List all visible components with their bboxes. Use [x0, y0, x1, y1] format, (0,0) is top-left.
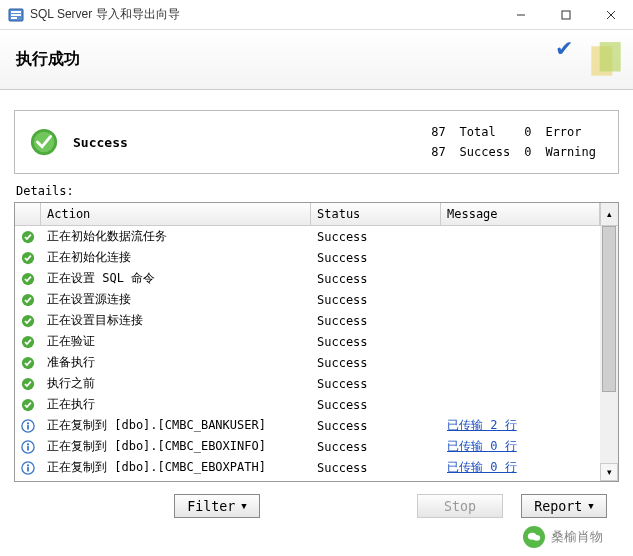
check-circle-icon — [21, 314, 35, 328]
close-button[interactable] — [588, 0, 633, 30]
row-icon-cell — [15, 415, 41, 437]
row-message-cell — [441, 359, 618, 367]
row-icon-cell — [15, 247, 41, 269]
maximize-icon — [561, 10, 571, 20]
table-row[interactable]: 正在设置目标连接Success — [15, 310, 618, 331]
column-header-status[interactable]: Status — [311, 203, 441, 225]
filter-label: Filter — [187, 499, 235, 514]
table-row[interactable]: 正在复制到 [dbo].[CMBC_EBOXPATH]Success已传输 0 … — [15, 457, 618, 478]
info-circle-icon — [21, 461, 35, 475]
minimize-button[interactable] — [498, 0, 543, 30]
row-icon-cell — [15, 226, 41, 248]
column-header-icon[interactable] — [15, 203, 41, 225]
error-label: Error — [539, 123, 602, 141]
table-row[interactable]: 正在复制到 [dbo].[CMBC_BANKUSER]Success已传输 2 … — [15, 415, 618, 436]
row-message-cell — [441, 401, 618, 409]
page-title: 执行成功 — [16, 49, 80, 70]
check-circle-icon — [21, 398, 35, 412]
svg-rect-5 — [562, 11, 570, 19]
watermark: 桑榆肖物 — [523, 526, 603, 548]
row-icon-cell — [15, 394, 41, 416]
row-message-cell — [441, 254, 618, 262]
header-checkmark-icon: ✔ — [555, 36, 573, 62]
svg-rect-1 — [11, 11, 21, 13]
row-status-cell: Success — [311, 415, 441, 437]
svg-point-22 — [27, 422, 29, 424]
column-header-action[interactable]: Action — [41, 203, 311, 225]
watermark-text: 桑榆肖物 — [551, 528, 603, 546]
svg-rect-23 — [27, 425, 29, 429]
svg-rect-26 — [27, 446, 29, 450]
success-label: Success — [454, 143, 517, 161]
scroll-track[interactable] — [600, 226, 618, 463]
warning-label: Warning — [539, 143, 602, 161]
row-message-cell — [441, 275, 618, 283]
check-circle-icon — [21, 335, 35, 349]
row-status-cell: Success — [311, 373, 441, 395]
header-decoration-icon — [585, 40, 627, 82]
message-link[interactable]: 已传输 0 行 — [447, 439, 517, 453]
chevron-down-icon: ▼ — [588, 501, 593, 511]
chevron-down-icon: ▾ — [607, 467, 612, 477]
grid-header: Action Status Message ▴ — [15, 203, 618, 226]
check-circle-icon — [21, 293, 35, 307]
table-row[interactable]: 正在验证Success — [15, 331, 618, 352]
wizard-header: 执行成功 ✔ — [0, 30, 633, 90]
row-icon-cell — [15, 373, 41, 395]
check-circle-icon — [21, 230, 35, 244]
table-row[interactable]: 正在执行Success — [15, 394, 618, 415]
row-icon-cell — [15, 436, 41, 458]
details-label: Details: — [16, 184, 617, 198]
button-row: Filter ▼ Stop Report ▼ — [14, 482, 619, 526]
check-circle-icon — [21, 377, 35, 391]
scroll-down-button[interactable]: ▾ — [600, 463, 618, 481]
row-message-cell — [441, 317, 618, 325]
info-circle-icon — [21, 440, 35, 454]
message-link[interactable]: 已传输 0 行 — [447, 460, 517, 474]
table-row[interactable]: 正在初始化数据流任务Success — [15, 226, 618, 247]
table-row[interactable]: 正在设置 SQL 命令Success — [15, 268, 618, 289]
success-count: 87 — [425, 143, 451, 161]
row-action-cell: 正在复制到 [dbo].[CMBC_EBOXPATH] — [41, 455, 311, 480]
row-status-cell: Success — [311, 226, 441, 248]
scrollbar[interactable]: ▾ — [600, 226, 618, 481]
row-message-cell — [441, 380, 618, 388]
row-status-cell: Success — [311, 457, 441, 479]
window-title: SQL Server 导入和导出向导 — [30, 6, 498, 23]
row-icon-cell — [15, 268, 41, 290]
titlebar: SQL Server 导入和导出向导 — [0, 0, 633, 30]
scroll-thumb[interactable] — [602, 226, 616, 392]
row-status-cell: Success — [311, 394, 441, 416]
table-row[interactable]: 正在初始化连接Success — [15, 247, 618, 268]
summary-panel: Success 87 Total 0 Error 87 Success 0 Wa… — [14, 110, 619, 174]
row-message-cell — [441, 296, 618, 304]
maximize-button[interactable] — [543, 0, 588, 30]
row-status-cell: Success — [311, 352, 441, 374]
row-icon-cell — [15, 352, 41, 374]
table-row[interactable]: 正在设置源连接Success — [15, 289, 618, 310]
row-status-cell: Success — [311, 310, 441, 332]
table-row[interactable]: 执行之前Success — [15, 373, 618, 394]
message-link[interactable]: 已传输 2 行 — [447, 418, 517, 432]
column-header-message[interactable]: Message — [441, 203, 600, 225]
error-count: 0 — [518, 123, 537, 141]
report-button[interactable]: Report ▼ — [521, 494, 607, 518]
check-circle-icon — [21, 272, 35, 286]
table-row[interactable]: 准备执行Success — [15, 352, 618, 373]
row-message-cell — [441, 338, 618, 346]
row-status-cell: Success — [311, 436, 441, 458]
details-grid: Action Status Message ▴ 正在初始化数据流任务Succes… — [14, 202, 619, 482]
svg-rect-3 — [11, 17, 17, 19]
wechat-icon — [523, 526, 545, 548]
row-status-cell: Success — [311, 247, 441, 269]
svg-point-25 — [27, 443, 29, 445]
close-icon — [606, 10, 616, 20]
warning-count: 0 — [518, 143, 537, 161]
filter-button[interactable]: Filter ▼ — [174, 494, 260, 518]
chevron-down-icon: ▼ — [241, 501, 246, 511]
svg-rect-9 — [600, 42, 621, 71]
table-row[interactable]: 正在复制到 [dbo].[CMBC_EBOXINFO]Success已传输 0 … — [15, 436, 618, 457]
scroll-header-up[interactable]: ▴ — [600, 203, 618, 225]
stop-label: Stop — [444, 499, 476, 514]
check-circle-icon — [21, 251, 35, 265]
